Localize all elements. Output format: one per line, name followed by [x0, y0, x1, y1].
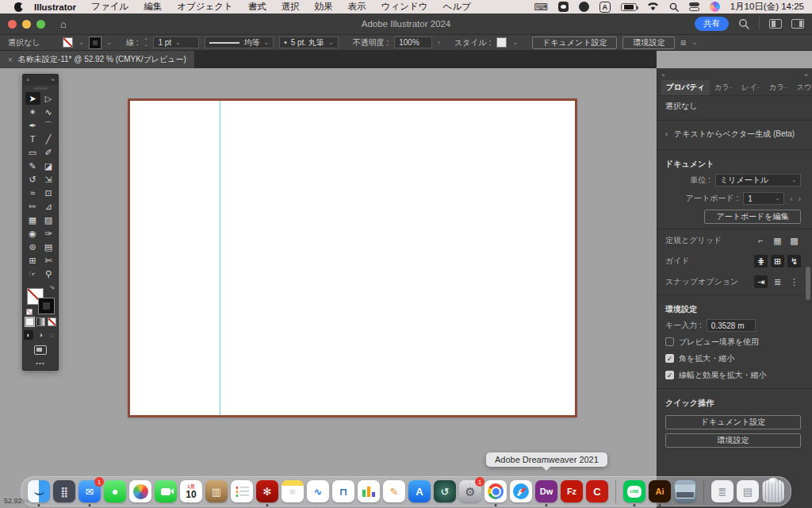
menu-item-0[interactable]: Illustrator: [34, 2, 76, 12]
dock-app-appstore[interactable]: A: [408, 480, 431, 502]
transparency-grid-icon[interactable]: ▩: [787, 234, 801, 247]
panel-tab-3[interactable]: カラ·: [764, 80, 792, 95]
stroke-chevron-icon[interactable]: ⌄: [106, 39, 112, 46]
eraser-tool[interactable]: ◪: [41, 160, 56, 172]
stroke-swatch[interactable]: [39, 298, 54, 314]
gradient-button[interactable]: [36, 318, 45, 326]
dock-app-illustrator[interactable]: Ai: [649, 480, 671, 502]
column-graph-tool[interactable]: ▤: [41, 241, 56, 253]
dock-app-system-settings[interactable]: ⚙1: [459, 480, 481, 502]
free-transform-tool[interactable]: ⇲: [41, 173, 56, 186]
keyboard-increment-field[interactable]: 0.3528 m: [707, 319, 756, 332]
dock-app-notes-stack[interactable]: ▤: [737, 480, 759, 502]
menu-item-9[interactable]: ヘルプ: [443, 1, 471, 13]
panel-scrollbar[interactable]: [806, 267, 810, 300]
dock-app-line[interactable]: LINE: [623, 480, 645, 502]
perspective-grid-tool[interactable]: ⊿: [41, 200, 56, 213]
dock-app-pages[interactable]: ✎: [383, 480, 405, 502]
window-zoom-button[interactable]: [36, 20, 45, 29]
checkbox-0[interactable]: [665, 337, 674, 346]
rotate-tool[interactable]: ↺: [25, 173, 40, 186]
panel-close-icon[interactable]: ×: [661, 71, 665, 79]
battery-icon[interactable]: [621, 3, 637, 11]
dock-app-reminders[interactable]: [231, 480, 253, 502]
menu-item-4[interactable]: 書式: [248, 1, 266, 13]
magic-wand-tool[interactable]: ✶: [25, 106, 40, 118]
align-chevron-icon[interactable]: ⌄: [691, 39, 697, 46]
snap-to-point-icon[interactable]: ⇥: [754, 275, 768, 288]
dock-app-documents-stack[interactable]: ≣: [711, 480, 733, 502]
zoom-tool[interactable]: ⚲: [41, 267, 56, 280]
dock-app-chrome[interactable]: [485, 480, 507, 502]
none-button[interactable]: [48, 318, 56, 326]
fill-chevron-icon[interactable]: ⌄: [79, 39, 84, 46]
menu-item-8[interactable]: ウィンドウ: [381, 1, 428, 13]
menu-item-6[interactable]: 効果: [315, 1, 333, 13]
selection-tool[interactable]: ➤: [25, 92, 40, 105]
draw-inside-icon[interactable]: ◌: [48, 330, 57, 340]
line-status-icon[interactable]: [558, 2, 569, 12]
dock-app-freeform[interactable]: ∿: [307, 480, 329, 502]
apple-menu-icon[interactable]: [14, 2, 23, 12]
dock-app-filezilla[interactable]: Fz: [561, 480, 583, 502]
dock-app-dreamweaver[interactable]: Dw: [535, 480, 557, 502]
type-tool[interactable]: T: [25, 133, 40, 145]
dock-app-launchpad[interactable]: ⣿: [53, 480, 75, 502]
dock-app-notes[interactable]: ≡: [282, 480, 304, 502]
show-guides-icon[interactable]: ⋕: [754, 255, 768, 267]
artboard-dropdown[interactable]: 1⌄: [743, 192, 784, 205]
window-minimize-button[interactable]: [22, 20, 31, 29]
hand-tool[interactable]: ☞: [25, 267, 40, 280]
dock-app-safari[interactable]: [510, 480, 532, 502]
quick-action-0[interactable]: ドキュメント設定: [665, 415, 801, 429]
panel-tab-2[interactable]: レイ·: [737, 80, 764, 95]
dock-app-facetime[interactable]: [155, 480, 177, 502]
creative-cloud-icon[interactable]: ∞: [579, 2, 589, 12]
text-to-vector-row[interactable]: › テキストからベクター生成 (Beta): [665, 124, 801, 144]
menu-item-7[interactable]: 表示: [348, 1, 366, 13]
panel-tab-0[interactable]: プロパティ: [661, 80, 710, 95]
menu-item-1[interactable]: ファイル: [91, 1, 128, 13]
toolbox-drag-handle[interactable]: [33, 87, 48, 90]
artboard[interactable]: [130, 101, 575, 415]
direct-selection-tool[interactable]: ▷: [41, 92, 56, 105]
dock-app-numbers[interactable]: [358, 480, 380, 502]
line-segment-tool[interactable]: ╱: [41, 133, 56, 145]
document-setup-button[interactable]: ドキュメント設定: [532, 37, 617, 49]
lock-guides-icon[interactable]: ⊞: [771, 255, 784, 267]
guide-line[interactable]: [220, 101, 220, 415]
dock-app-keynote[interactable]: ⊓: [332, 480, 354, 502]
dock-app-finder[interactable]: [28, 480, 50, 502]
toolbox-collapse-icon[interactable]: «: [52, 76, 55, 83]
slice-tool[interactable]: ✄: [41, 254, 56, 267]
wifi-icon[interactable]: [647, 2, 659, 11]
app-search-icon[interactable]: [738, 18, 749, 29]
artboard-next-icon[interactable]: ›: [799, 194, 801, 203]
pencil-tool[interactable]: ✎: [25, 160, 40, 172]
disclosure-chevron-icon[interactable]: ›: [665, 130, 668, 138]
dock-app-acrobat[interactable]: ✻: [256, 480, 278, 502]
snap-to-pixel-icon[interactable]: ⋮: [787, 275, 801, 288]
artboard-tool[interactable]: ⊞: [25, 254, 40, 267]
toggle-panel-icon[interactable]: [791, 19, 804, 29]
menu-item-2[interactable]: 編集: [144, 1, 162, 13]
edit-toolbar-icon[interactable]: •••: [23, 360, 58, 367]
eyedropper-tool[interactable]: ✑: [41, 227, 56, 240]
menu-clock[interactable]: 1月10日(金) 14:25: [730, 1, 804, 13]
dock-app-contacts[interactable]: ▥: [205, 480, 228, 502]
default-fill-stroke-icon[interactable]: [26, 309, 33, 315]
tab-close-icon[interactable]: ×: [8, 56, 13, 64]
dock-app-red-score-app[interactable]: C: [586, 480, 608, 502]
edit-guides-icon[interactable]: ↯: [787, 255, 801, 267]
stroke-width-field[interactable]: 1 pt⌄: [153, 37, 199, 48]
align-options-icon[interactable]: ⧈: [680, 37, 686, 48]
checkbox-1[interactable]: ✓: [665, 354, 674, 363]
toolbox-close-icon[interactable]: ×: [26, 76, 30, 83]
siri-icon[interactable]: [710, 2, 720, 12]
input-source-icon[interactable]: A: [599, 2, 611, 13]
opacity-field[interactable]: 100%: [394, 37, 432, 48]
spotlight-icon[interactable]: [669, 2, 679, 12]
shape-builder-tool[interactable]: ⊡: [41, 187, 56, 199]
brush-dropdown[interactable]: •5 pt. 丸筆⌄: [279, 37, 338, 48]
ruler-corner-icon[interactable]: ⌐: [754, 234, 768, 247]
